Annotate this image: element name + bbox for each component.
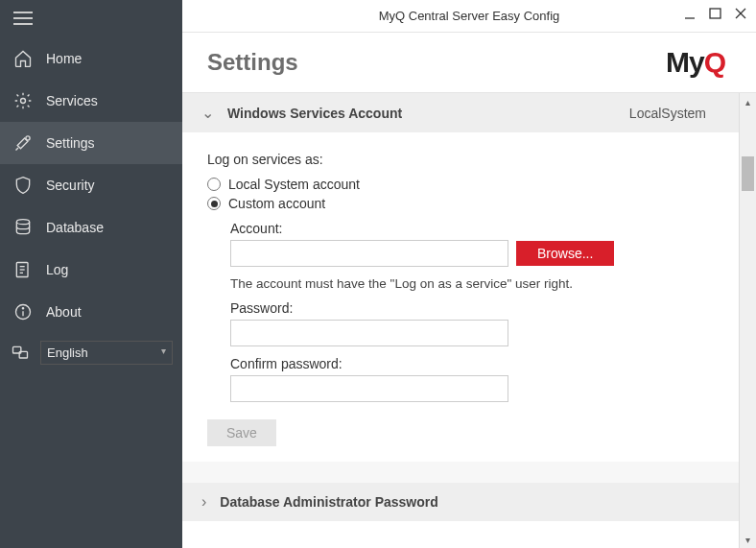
account-label: Account: bbox=[230, 221, 714, 236]
confirm-password-input[interactable] bbox=[230, 375, 508, 402]
section-services-body: Log on services as: Local System account… bbox=[182, 132, 739, 462]
sidebar-item-label: Services bbox=[46, 93, 98, 108]
sidebar-item-services[interactable]: Services bbox=[0, 80, 182, 122]
section-title: Windows Services Account bbox=[227, 106, 402, 121]
sidebar-item-home[interactable]: Home bbox=[0, 37, 182, 80]
save-button[interactable]: Save bbox=[207, 419, 276, 446]
close-button[interactable] bbox=[733, 6, 748, 24]
logo: MyQ bbox=[666, 46, 725, 79]
language-select[interactable]: English ▾ bbox=[40, 341, 173, 365]
titlebar: MyQ Central Server Easy Config bbox=[182, 0, 756, 33]
sidebar-item-security[interactable]: Security bbox=[0, 164, 182, 206]
language-selector-row: English ▾ bbox=[0, 333, 182, 378]
sidebar-item-log[interactable]: Log bbox=[0, 249, 182, 291]
section-services-header[interactable]: ⌄ Windows Services Account LocalSystem bbox=[182, 93, 739, 132]
vertical-scrollbar[interactable]: ▴ ▾ bbox=[739, 93, 756, 548]
account-input[interactable] bbox=[230, 240, 508, 267]
database-icon bbox=[13, 218, 33, 237]
svg-point-5 bbox=[16, 220, 29, 225]
sidebar-item-label: Security bbox=[46, 178, 95, 193]
chevron-right-icon: › bbox=[201, 493, 206, 511]
scrollbar-thumb[interactable] bbox=[742, 156, 754, 191]
home-icon bbox=[13, 49, 33, 68]
log-icon bbox=[13, 260, 33, 279]
scrollbar-down-button[interactable]: ▾ bbox=[740, 531, 756, 548]
main: MyQ Central Server Easy Config Settings … bbox=[182, 0, 756, 548]
shield-icon bbox=[13, 176, 33, 195]
sidebar: Home Services Settings Security Database… bbox=[0, 0, 182, 548]
sidebar-item-label: About bbox=[46, 304, 82, 320]
password-label: Password: bbox=[230, 300, 714, 316]
logon-label: Log on services as: bbox=[207, 152, 714, 167]
radio-icon bbox=[207, 178, 221, 191]
window-controls bbox=[683, 6, 748, 24]
page-header: Settings MyQ bbox=[182, 33, 756, 92]
svg-rect-16 bbox=[710, 9, 721, 18]
radio-local-system[interactable]: Local System account bbox=[207, 177, 714, 192]
confirm-password-label: Confirm password: bbox=[230, 356, 714, 371]
sidebar-item-database[interactable]: Database bbox=[0, 206, 182, 249]
gear-icon bbox=[13, 91, 33, 110]
section-title: Database Administrator Password bbox=[220, 494, 437, 510]
scrollbar-track[interactable] bbox=[740, 110, 756, 531]
scrollbar-up-button[interactable]: ▴ bbox=[740, 93, 756, 110]
account-hint: The account must have the "Log on as a s… bbox=[230, 276, 714, 291]
radio-custom-account[interactable]: Custom account bbox=[207, 196, 714, 211]
sidebar-item-label: Database bbox=[46, 220, 104, 235]
language-icon bbox=[10, 344, 31, 363]
minimize-button[interactable] bbox=[683, 6, 698, 24]
radio-label: Local System account bbox=[228, 177, 360, 192]
chevron-down-icon: ⌄ bbox=[201, 104, 214, 122]
content-area: ⌄ Windows Services Account LocalSystem L… bbox=[182, 93, 739, 548]
sidebar-item-label: Home bbox=[46, 51, 82, 66]
section-db-header[interactable]: › Database Administrator Password bbox=[182, 483, 739, 521]
page-title: Settings bbox=[207, 49, 298, 76]
svg-point-12 bbox=[22, 308, 23, 309]
hamburger-button[interactable] bbox=[0, 0, 182, 37]
info-icon bbox=[13, 302, 33, 322]
password-input[interactable] bbox=[230, 320, 508, 346]
browse-button[interactable]: Browse... bbox=[516, 241, 614, 266]
hamburger-icon bbox=[13, 12, 33, 25]
svg-point-3 bbox=[21, 99, 26, 104]
section-gap bbox=[182, 462, 739, 483]
window-title: MyQ Central Server Easy Config bbox=[379, 9, 560, 23]
maximize-button[interactable] bbox=[708, 6, 723, 24]
sidebar-item-label: Settings bbox=[46, 135, 95, 151]
sidebar-item-label: Log bbox=[46, 262, 68, 277]
sidebar-item-about[interactable]: About bbox=[0, 291, 182, 333]
radio-label: Custom account bbox=[228, 196, 325, 211]
chevron-down-icon: ▾ bbox=[161, 345, 166, 356]
tools-icon bbox=[13, 133, 33, 153]
sidebar-item-settings[interactable]: Settings bbox=[0, 122, 182, 164]
language-value: English bbox=[47, 345, 88, 360]
section-current-value: LocalSystem bbox=[629, 106, 720, 121]
svg-point-4 bbox=[26, 136, 30, 140]
radio-icon bbox=[207, 197, 221, 210]
nav: Home Services Settings Security Database… bbox=[0, 37, 182, 548]
